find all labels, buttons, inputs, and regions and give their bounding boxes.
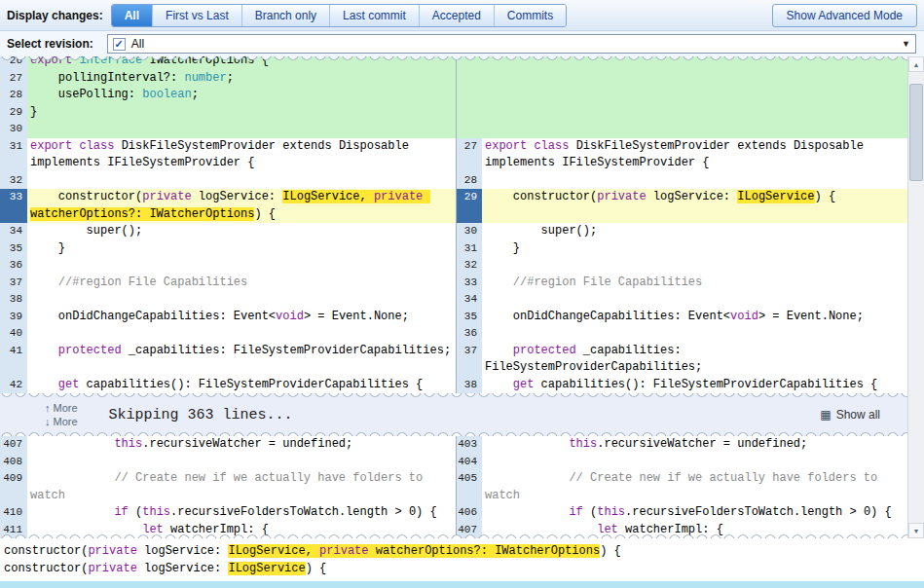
code-line-left[interactable] <box>27 291 456 309</box>
code-line-left[interactable]: this.recursiveWatcher = undefined; <box>27 436 456 454</box>
code-line-right[interactable]: get capabilities(): FileSystemProviderCa… <box>482 377 907 394</box>
line-number-left[interactable]: 408 <box>0 454 27 471</box>
line-number-right[interactable] <box>456 121 482 138</box>
code-line-left[interactable]: export interface IWatcherOptions { <box>27 56 456 70</box>
line-number-right[interactable]: 35 <box>456 309 482 326</box>
code-line-left[interactable]: // Create new if we actually have folder… <box>27 470 456 504</box>
code-line-right[interactable]: onDidChangeCapabilities: Event<void> = E… <box>482 309 907 326</box>
code-line-right[interactable]: protected _capabilities: FileSystemProvi… <box>482 343 907 377</box>
line-number-left[interactable]: 409 <box>0 470 27 504</box>
code-line-left[interactable]: constructor(private logService: ILogServ… <box>27 189 456 223</box>
revision-dropdown[interactable]: ✓ All ▼ <box>107 34 916 54</box>
line-number-right[interactable] <box>456 104 482 122</box>
scroll-thumb[interactable] <box>909 84 923 181</box>
code-line-right[interactable] <box>482 56 907 70</box>
display-button-first-vs-last[interactable]: First vs Last <box>153 5 242 26</box>
code-line-right[interactable]: export class DiskFileSystemProvider exte… <box>482 138 907 172</box>
line-number-left[interactable]: 39 <box>0 309 27 326</box>
line-number-right[interactable]: 30 <box>456 223 482 240</box>
line-number-right[interactable]: 31 <box>456 240 482 258</box>
code-line-left[interactable]: super(); <box>27 223 456 240</box>
line-number-left[interactable]: 411 <box>0 522 27 539</box>
line-number-right[interactable]: 32 <box>456 257 482 275</box>
code-line-right[interactable]: if (this.recursiveFoldersToWatch.length … <box>482 504 907 522</box>
code-line-left[interactable] <box>27 257 456 275</box>
line-number-right[interactable]: 34 <box>456 291 482 309</box>
code-line-left[interactable] <box>27 172 456 190</box>
show-advanced-mode-button[interactable]: Show Advanced Mode <box>772 4 917 27</box>
display-button-last-commit[interactable]: Last commit <box>330 5 420 26</box>
line-number-right[interactable]: 28 <box>456 172 482 190</box>
code-line-right[interactable]: super(); <box>482 223 907 240</box>
line-number-left[interactable]: 34 <box>0 223 27 240</box>
line-number-left[interactable]: 29 <box>0 104 27 122</box>
code-line-left[interactable]: usePolling: boolean; <box>27 87 456 104</box>
show-all-button[interactable]: ▦ Show all <box>820 408 880 422</box>
line-number-left[interactable]: 40 <box>0 325 27 343</box>
code-line-right[interactable] <box>482 454 907 471</box>
line-number-right[interactable]: 407 <box>456 522 482 539</box>
scroll-down-button[interactable]: ▼ <box>908 523 924 538</box>
code-line-right[interactable] <box>482 257 907 275</box>
display-button-branch-only[interactable]: Branch only <box>242 5 330 26</box>
code-line-left[interactable]: if (this.recursiveFoldersToWatch.length … <box>27 504 456 522</box>
line-number-left[interactable]: 28 <box>0 87 27 104</box>
display-button-all[interactable]: All <box>112 5 153 26</box>
line-number-left[interactable]: 36 <box>0 257 27 275</box>
code-line-left[interactable]: } <box>27 240 456 258</box>
line-number-right[interactable]: 406 <box>456 504 482 522</box>
code-line-right[interactable] <box>482 121 907 138</box>
line-number-right[interactable]: 27 <box>456 138 482 172</box>
display-button-commits[interactable]: Commits <box>495 5 566 26</box>
line-number-left[interactable]: 42 <box>0 377 27 394</box>
line-number-right[interactable] <box>456 87 482 104</box>
code-line-left[interactable]: get capabilities(): FileSystemProviderCa… <box>27 377 456 394</box>
code-line-left[interactable] <box>27 121 456 138</box>
code-line-left[interactable]: protected _capabilities: FileSystemProvi… <box>27 343 456 377</box>
code-line-right[interactable]: this.recursiveWatcher = undefined; <box>482 436 907 454</box>
line-number-right[interactable] <box>456 56 482 70</box>
code-line-left[interactable]: let watcherImpl: { <box>27 522 456 539</box>
line-number-left[interactable]: 41 <box>0 343 27 377</box>
line-number-right[interactable]: 29 <box>456 189 482 223</box>
code-line-right[interactable] <box>482 104 907 122</box>
code-line-left[interactable] <box>27 454 456 471</box>
vertical-scrollbar[interactable]: ▲ ▼ <box>907 56 924 538</box>
code-line-left[interactable]: //#region File Capabilities <box>27 275 456 292</box>
line-number-left[interactable]: 35 <box>0 240 27 258</box>
code-line-left[interactable]: onDidChangeCapabilities: Event<void> = E… <box>27 309 456 326</box>
line-number-left[interactable]: 32 <box>0 172 27 190</box>
code-line-right[interactable]: let watcherImpl: { <box>482 522 907 539</box>
code-line-right[interactable]: constructor(private logService: ILogServ… <box>482 189 907 223</box>
expand-up-button[interactable]: ↑ More <box>45 402 78 414</box>
scroll-track[interactable] <box>908 72 924 523</box>
code-line-right[interactable] <box>482 87 907 104</box>
line-number-left[interactable]: 410 <box>0 504 27 522</box>
display-button-accepted[interactable]: Accepted <box>420 5 495 26</box>
code-line-left[interactable]: export class DiskFileSystemProvider exte… <box>27 138 456 172</box>
line-number-right[interactable]: 38 <box>456 377 482 394</box>
line-number-left[interactable]: 407 <box>0 436 27 454</box>
line-number-left[interactable]: 37 <box>0 275 27 292</box>
code-line-right[interactable]: // Create new if we actually have folder… <box>482 470 907 504</box>
line-number-right[interactable]: 37 <box>456 343 482 377</box>
line-number-right[interactable]: 33 <box>456 275 482 292</box>
line-number-left[interactable]: 33 <box>0 189 27 223</box>
line-number-right[interactable]: 403 <box>456 436 482 454</box>
line-number-right[interactable]: 404 <box>456 454 482 471</box>
code-line-right[interactable] <box>482 291 907 309</box>
expand-down-button[interactable]: ↓ More <box>45 416 78 427</box>
line-number-left[interactable]: 27 <box>0 70 27 88</box>
code-line-right[interactable]: } <box>482 240 907 258</box>
line-number-left[interactable]: 26 <box>0 56 27 70</box>
line-number-right[interactable]: 36 <box>456 325 482 343</box>
line-number-left[interactable]: 38 <box>0 291 27 309</box>
line-number-right[interactable]: 405 <box>456 470 482 504</box>
code-line-left[interactable] <box>27 325 456 343</box>
line-number-left[interactable]: 31 <box>0 138 27 172</box>
code-line-right[interactable] <box>482 325 907 343</box>
line-number-left[interactable]: 30 <box>0 121 27 138</box>
code-line-right[interactable] <box>482 70 907 88</box>
code-line-left[interactable]: pollingInterval?: number; <box>27 70 456 88</box>
code-line-right[interactable]: //#region File Capabilities <box>482 275 907 292</box>
